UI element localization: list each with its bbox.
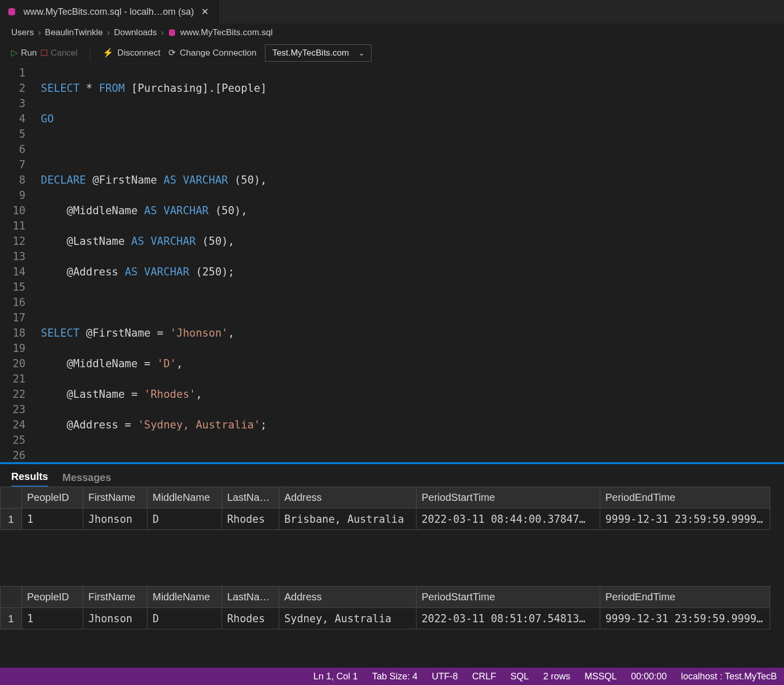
results-grid-2: PeopleID FirstName MiddleName LastName A… [0,586,784,629]
col-middlename[interactable]: MiddleName [148,587,222,608]
cell[interactable]: 1 [22,509,83,530]
breadcrumb: Users › BeaulinTwinkle › Downloads › www… [0,23,784,42]
stop-icon [41,49,47,56]
chevron-down-icon: ⌄ [358,48,365,58]
status-bar: Ln 1, Col 1 Tab Size: 4 UTF-8 CRLF SQL 2… [0,668,784,685]
breadcrumb-downloads[interactable]: Downloads [114,28,157,38]
status-cursor[interactable]: Ln 1, Col 1 [313,671,358,682]
col-middlename[interactable]: MiddleName [148,487,222,509]
table-row[interactable]: 1 1 Jhonson D Rhodes Brisbane, Australia… [1,509,770,530]
line-number-gutter: 123 456 789 101112 131415 161718 192021 … [0,64,41,462]
play-icon: ▷ [11,47,18,58]
results-gap [0,530,784,586]
status-eol[interactable]: CRLF [472,671,496,682]
run-label: Run [21,48,37,58]
cell[interactable]: 2022-03-11 08:51:07.54813… [416,608,600,629]
cell[interactable]: 9999-12-31 23:59:59.99999… [600,608,770,629]
database-select-value: Test.MyTecBits.com [273,48,349,58]
grid-corner [1,487,22,509]
cell[interactable]: D [148,608,222,629]
cell[interactable]: 9999-12-31 23:59:59.99999… [600,509,770,530]
run-button[interactable]: ▷ Run [11,47,37,58]
col-periodend[interactable]: PeriodEndTime [600,487,770,509]
sql-file-icon [7,7,16,16]
col-address[interactable]: Address [279,487,416,509]
col-lastname[interactable]: LastName [222,587,279,608]
cell[interactable]: Rhodes [222,509,279,530]
tab-messages[interactable]: Messages [62,472,111,487]
svg-point-0 [8,8,15,11]
change-connection-button[interactable]: ⟳ Change Connection [168,47,256,58]
col-peopleid[interactable]: PeopleID [22,587,83,608]
col-firstname[interactable]: FirstName [83,587,148,608]
col-periodstart[interactable]: PeriodStartTime [416,587,600,608]
breadcrumb-users[interactable]: Users [11,28,34,38]
editor-tab[interactable]: www.MyTecBits.com.sql - localh…om (sa) ✕ [0,0,218,23]
tab-results[interactable]: Results [11,471,48,487]
swap-icon: ⟳ [168,47,176,58]
close-icon[interactable]: ✕ [201,6,209,17]
col-firstname[interactable]: FirstName [83,487,148,509]
code-editor[interactable]: 123 456 789 101112 131415 161718 192021 … [0,64,784,462]
results-tabs: Results Messages [0,464,784,487]
status-time[interactable]: 00:00:00 [631,671,667,682]
toolbar-separator [90,46,90,60]
cell[interactable]: D [148,509,222,530]
cell[interactable]: 1 [22,608,83,629]
plug-icon: ⚡ [103,47,113,58]
code-content[interactable]: SELECT * FROM [Purchasing].[People] GO D… [41,64,776,462]
tab-bar-empty [218,0,784,23]
svg-point-1 [169,30,175,32]
grid-header-row: PeopleID FirstName MiddleName LastName A… [1,487,770,509]
disconnect-button[interactable]: ⚡ Disconnect [103,47,160,58]
status-connection[interactable]: localhost : Test.MyTecB [681,671,777,682]
table-row[interactable]: 1 1 Jhonson D Rhodes Sydney, Australia 2… [1,608,770,629]
status-driver[interactable]: MSSQL [584,671,617,682]
cancel-button[interactable]: Cancel [41,48,78,58]
grid-corner [1,587,22,608]
grid-header-row: PeopleID FirstName MiddleName LastName A… [1,587,770,608]
col-address[interactable]: Address [279,587,416,608]
cancel-label: Cancel [51,48,78,58]
cell[interactable]: Jhonson [83,509,148,530]
database-select[interactable]: Test.MyTecBits.com ⌄ [265,44,372,62]
breadcrumb-user[interactable]: BeaulinTwinkle [45,28,103,38]
col-lastname[interactable]: LastName [222,487,279,509]
col-periodend[interactable]: PeriodEndTime [600,587,770,608]
tab-bar: www.MyTecBits.com.sql - localh…om (sa) ✕ [0,0,784,23]
col-peopleid[interactable]: PeopleID [22,487,83,509]
breadcrumb-file[interactable]: www.MyTecBits.com.sql [180,28,273,38]
chevron-right-icon: › [107,28,110,38]
cell[interactable]: 2022-03-11 08:44:00.37847… [416,509,600,530]
tab-title: www.MyTecBits.com.sql - localh…om (sa) [23,7,194,17]
sql-file-icon [168,29,176,37]
sql-toolbar: ▷ Run Cancel ⚡ Disconnect ⟳ Change Conne… [0,42,784,64]
status-encoding[interactable]: UTF-8 [432,671,458,682]
results-grid-1: PeopleID FirstName MiddleName LastName A… [0,487,784,530]
row-number: 1 [1,608,22,629]
disconnect-label: Disconnect [117,48,160,58]
cell[interactable]: Brisbane, Australia [279,509,416,530]
status-rows[interactable]: 2 rows [543,671,570,682]
cell[interactable]: Jhonson [83,608,148,629]
row-number: 1 [1,509,22,530]
chevron-right-icon: › [161,28,164,38]
change-connection-label: Change Connection [180,48,256,58]
cell[interactable]: Sydney, Australia [279,608,416,629]
chevron-right-icon: › [38,28,41,38]
status-language[interactable]: SQL [510,671,529,682]
cell[interactable]: Rhodes [222,608,279,629]
status-tabsize[interactable]: Tab Size: 4 [372,671,418,682]
col-periodstart[interactable]: PeriodStartTime [416,487,600,509]
